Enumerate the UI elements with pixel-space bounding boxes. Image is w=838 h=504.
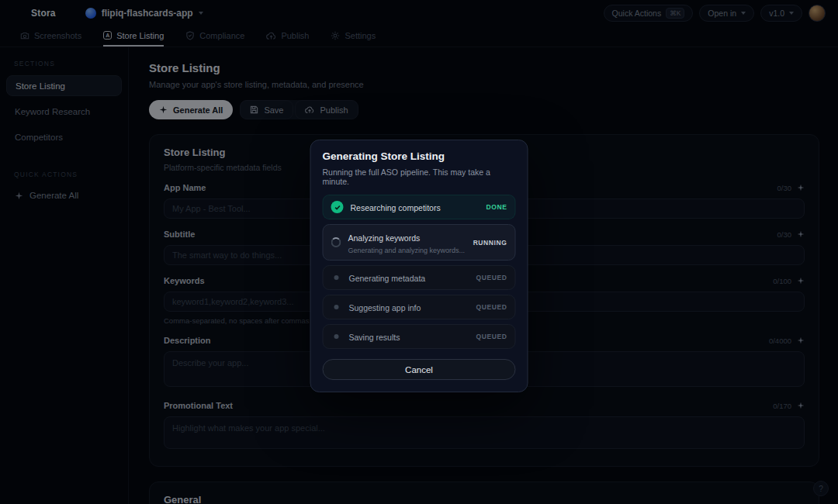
dot-icon xyxy=(334,305,339,309)
pipeline-steps: Researching competitors DONE Analyzing k… xyxy=(323,195,516,349)
step-label: Saving results xyxy=(349,333,400,342)
modal-subtitle: Running the full ASO pipeline. This may … xyxy=(323,167,516,186)
step-label: Suggesting app info xyxy=(349,303,421,312)
step-status: DONE xyxy=(487,203,507,211)
step-status: QUEUED xyxy=(476,274,507,281)
step-status: QUEUED xyxy=(476,303,507,311)
spinner-icon xyxy=(331,237,341,247)
step-saving-results: Saving results QUEUED xyxy=(323,324,516,349)
step-label: Researching competitors xyxy=(351,203,441,212)
step-suggesting-app-info: Suggesting app info QUEUED xyxy=(323,295,516,319)
dot-icon xyxy=(334,275,339,280)
step-status: QUEUED xyxy=(476,333,507,340)
check-circle-icon xyxy=(331,201,344,213)
generating-modal: Generating Store Listing Running the ful… xyxy=(310,140,528,392)
step-analyzing-keywords: Analyzing keywords Generating and analyz… xyxy=(323,224,516,261)
step-status: RUNNING xyxy=(473,239,507,247)
step-researching-competitors: Researching competitors DONE xyxy=(323,195,516,219)
modal-title: Generating Store Listing xyxy=(323,150,516,162)
step-generating-metadata: Generating metadata QUEUED xyxy=(323,265,516,290)
dot-icon xyxy=(334,334,339,339)
cancel-button[interactable]: Cancel xyxy=(323,359,516,380)
step-sublabel: Generating and analyzing keywords... xyxy=(348,247,466,254)
step-label: Generating metadata xyxy=(349,274,426,283)
step-label: Analyzing keywords xyxy=(348,233,421,243)
